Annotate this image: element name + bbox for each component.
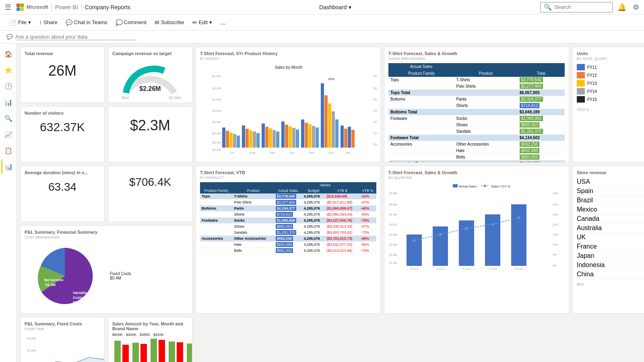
svg-text:$4.0M: $4.0M xyxy=(389,213,397,216)
svg-point-108 xyxy=(491,223,494,226)
svg-text:$1.2M: $1.2M xyxy=(212,86,221,90)
dollar-card: $2.3M xyxy=(108,106,192,162)
svg-text:15%: 15% xyxy=(553,233,558,236)
svg-text:$1.3M: $1.3M xyxy=(45,283,56,287)
subscribe-icon: ✉ xyxy=(155,19,159,26)
quarterly-chart: Actual Sales Sales YOY % $5.0M $4.5M $4.… xyxy=(388,182,561,271)
svg-rect-55 xyxy=(344,129,347,148)
svg-rect-57 xyxy=(351,130,355,148)
hamburger-icon[interactable]: ☰ xyxy=(3,1,13,13)
svg-rect-123 xyxy=(114,341,121,362)
dollar-value2: $706.4K xyxy=(112,176,188,189)
svg-rect-31 xyxy=(253,132,256,148)
svg-text:5%: 5% xyxy=(373,143,377,146)
total-revenue-card: Total revenue 26M xyxy=(20,47,105,103)
pl-title: P&L Summary, Financial Summary xyxy=(25,230,188,234)
search-box[interactable]: 🔍 xyxy=(540,2,613,12)
qa-input[interactable] xyxy=(15,34,136,40)
vtb-card: T-Shirt Forecast, VTB BY PRODUCT Values … xyxy=(196,166,381,314)
svg-rect-124 xyxy=(122,345,129,362)
svg-rect-54 xyxy=(341,125,344,148)
svg-text:$0.2M: $0.2M xyxy=(212,141,221,144)
vtb-subtitle: BY PRODUCT xyxy=(200,176,376,180)
chat-button[interactable]: 💬 Chat in Teams xyxy=(62,18,111,27)
svg-rect-51 xyxy=(332,111,335,148)
svg-rect-129 xyxy=(169,341,175,362)
ms-label: Microsoft xyxy=(27,4,48,10)
svg-rect-35 xyxy=(269,128,272,148)
tshirt-sales-title: T-Shirt Forecast, Sales & Growth xyxy=(388,51,565,56)
vtb-table: Values Product Family Product Actual Sal… xyxy=(200,182,376,254)
search-input[interactable] xyxy=(554,4,609,10)
sidebar-explore[interactable]: 🔍 xyxy=(1,111,16,125)
bell-icon[interactable]: 🔔 xyxy=(616,1,628,13)
dashboard-dropdown[interactable]: Dashboard ▾ xyxy=(319,4,351,10)
campaign-revenue-card: Campaign revenue vs target $2.26M $0M $2… xyxy=(108,47,192,103)
svg-text:$2.5M: $2.5M xyxy=(389,243,397,246)
svg-text:30%: 30% xyxy=(373,86,377,90)
nav-sep2 xyxy=(81,3,82,11)
fixed-costs-label: Fixed Costs $0.4M xyxy=(110,272,131,280)
sidebar-apps[interactable]: 📊 xyxy=(1,95,16,109)
sidebar-home[interactable]: 🏠 xyxy=(1,47,16,61)
sales-amount-chart xyxy=(112,337,192,362)
subscribe-button[interactable]: ✉ Subscribe xyxy=(151,18,188,27)
col-family: Actual Sales xyxy=(388,63,454,70)
svg-text:20%: 20% xyxy=(553,223,558,226)
edit-icon: ✏ xyxy=(192,19,197,26)
svg-text:FY13: FY13 xyxy=(463,267,471,271)
toolbar: 📄 File ▾ ↑ Share 💬 Chat in Teams 💭 Comme… xyxy=(0,14,644,31)
svg-text:30,000: 30,000 xyxy=(27,349,37,352)
tshirt-hist-title: T-Shirt Forecast, 5Yr Product History xyxy=(200,51,376,56)
svg-text:0%: 0% xyxy=(553,264,557,267)
file-button[interactable]: 📄 File ▾ xyxy=(6,18,34,27)
svg-rect-126 xyxy=(140,344,147,362)
svg-text:Jan: Jan xyxy=(345,151,350,154)
store-value-label: $0M xyxy=(577,282,644,286)
qtr-subtitle: BY QUARTER xyxy=(388,176,565,180)
svg-text:Aug: Aug xyxy=(250,151,255,154)
svg-rect-36 xyxy=(272,130,276,148)
nav-sep1 xyxy=(52,3,52,11)
dollar-value: $2.3M xyxy=(112,117,188,134)
qa-icon: 💬 xyxy=(6,34,13,40)
svg-rect-50 xyxy=(328,103,331,148)
more-button[interactable]: ... xyxy=(217,17,229,28)
svg-rect-52 xyxy=(335,119,339,148)
svg-text:$1.5M: $1.5M xyxy=(389,261,397,264)
svg-text:$1.0M: $1.0M xyxy=(212,98,221,101)
svg-rect-101 xyxy=(433,226,448,266)
sidebar-metrics[interactable]: 📈 xyxy=(1,127,16,142)
svg-text:10%: 10% xyxy=(553,243,558,246)
sidebar-recent[interactable]: 🕐 xyxy=(1,79,16,93)
units-subtitle: BY YEAR, QUART... xyxy=(577,57,644,61)
svg-rect-127 xyxy=(151,339,157,362)
svg-text:$2.0M: $2.0M xyxy=(389,253,397,256)
svg-rect-130 xyxy=(177,342,183,362)
svg-point-105 xyxy=(413,239,416,242)
share-button[interactable]: ↑ Share xyxy=(36,18,61,27)
svg-point-109 xyxy=(518,216,520,219)
svg-text:FY14: FY14 xyxy=(489,267,497,271)
visitors-title: Number of visitors xyxy=(25,111,100,115)
svg-text:Costs: Costs xyxy=(73,296,83,300)
campaign-title: Campaign revenue vs target xyxy=(112,51,188,56)
svg-text:25%: 25% xyxy=(373,98,377,101)
sidebar-report[interactable]: 📊 xyxy=(1,159,16,174)
avg-duration-title: Average duration (mins) in s... xyxy=(25,170,100,175)
svg-rect-30 xyxy=(249,130,252,148)
svg-rect-34 xyxy=(265,127,268,148)
edit-button[interactable]: ✏ Edit ▾ xyxy=(189,18,215,27)
chat-icon: 💬 xyxy=(66,19,72,26)
sidebar-favorites[interactable]: ⭐ xyxy=(1,63,16,77)
svg-text:Jul: Jul xyxy=(230,151,234,154)
search-icon: 🔍 xyxy=(544,3,552,11)
qtr-title: T-Shirt Forecast, Sales & Growth xyxy=(388,170,565,175)
svg-rect-27 xyxy=(237,136,240,148)
comment-button[interactable]: 💭 Comment xyxy=(112,18,150,27)
sidebar-datahub[interactable]: 📋 xyxy=(1,143,16,158)
settings-icon[interactable]: ⚙ xyxy=(631,1,641,13)
svg-text:$0.6M: $0.6M xyxy=(212,120,221,124)
svg-rect-25 xyxy=(229,132,233,148)
svg-rect-24 xyxy=(226,131,229,148)
